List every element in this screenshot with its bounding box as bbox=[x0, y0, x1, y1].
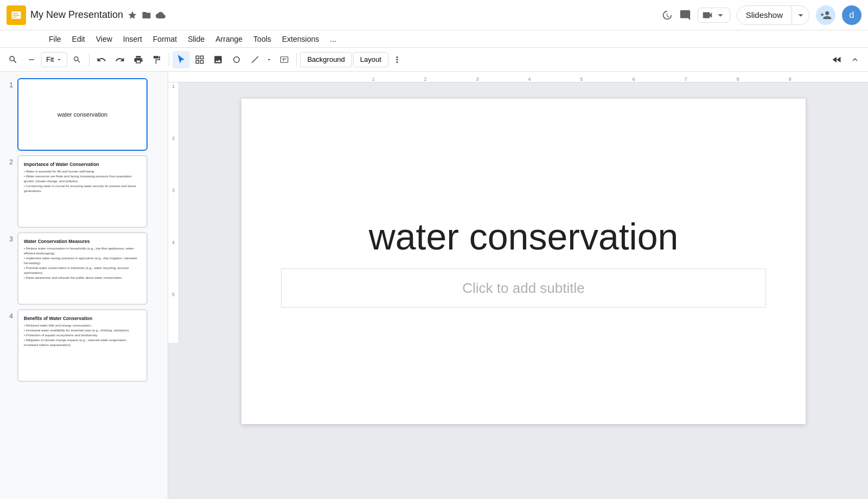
ruler-h-8: 8 bbox=[712, 76, 764, 82]
textbox-button[interactable] bbox=[276, 51, 293, 68]
app-icon[interactable] bbox=[7, 5, 26, 25]
shapes-icon bbox=[232, 55, 241, 65]
menu-more[interactable]: ... bbox=[324, 33, 342, 46]
slide-2-title-thumb: Importance of Water Conservation bbox=[24, 162, 141, 167]
zoom-in-button[interactable] bbox=[68, 51, 86, 68]
line-button[interactable] bbox=[246, 51, 264, 68]
chevron-down-icon bbox=[714, 9, 726, 21]
main-content: 1 water conservation 2 Importance of Wat… bbox=[0, 72, 868, 499]
slide-thumb-3[interactable]: Water Conservation Measures • Reduce wat… bbox=[17, 232, 148, 305]
more-options-button[interactable] bbox=[390, 52, 405, 67]
more-vert-icon bbox=[392, 55, 402, 65]
menu-slide[interactable]: Slide bbox=[182, 33, 210, 46]
slide-3-body-thumb: • Reduce water consumption in households… bbox=[24, 246, 141, 280]
image-button[interactable] bbox=[209, 51, 227, 68]
slide-panel: 1 water conservation 2 Importance of Wat… bbox=[0, 72, 168, 499]
select-icon bbox=[195, 55, 205, 65]
menu-view[interactable]: View bbox=[91, 33, 118, 46]
ruler-marks-h: 1 2 3 4 5 6 7 8 9 bbox=[347, 76, 816, 82]
slide-4-body-thumb: • Reduced water bills and energy consump… bbox=[24, 323, 141, 348]
undo-button[interactable] bbox=[93, 51, 110, 68]
slide-canvas-wrapper: water conservation Click to add subtitle bbox=[179, 82, 868, 440]
undo-icon bbox=[97, 55, 106, 65]
search-button[interactable] bbox=[4, 51, 22, 68]
slide-item-3[interactable]: 3 Water Conservation Measures • Reduce w… bbox=[0, 230, 168, 307]
svg-line-10 bbox=[252, 56, 258, 63]
menu-edit[interactable]: Edit bbox=[67, 33, 91, 46]
person-add-icon bbox=[820, 9, 832, 21]
slide-main-title[interactable]: water conservation bbox=[270, 215, 777, 258]
slide-canvas[interactable]: water conservation Click to add subtitle bbox=[241, 99, 806, 424]
folder-icon[interactable] bbox=[142, 10, 151, 20]
line-icon bbox=[250, 55, 260, 65]
svg-rect-8 bbox=[201, 60, 203, 63]
present-arrow-button[interactable] bbox=[828, 51, 845, 68]
add-icon bbox=[27, 55, 36, 64]
slide-thumb-4[interactable]: Benefits of Water Conservation • Reduced… bbox=[17, 309, 148, 382]
ruler-top: 1 2 3 4 5 6 7 8 9 bbox=[168, 72, 868, 82]
line-dropdown-button[interactable] bbox=[264, 51, 275, 68]
layout-button[interactable]: Layout bbox=[353, 52, 388, 67]
top-bar: My New Presentation Slideshow d bbox=[0, 0, 868, 30]
user-avatar[interactable]: d bbox=[842, 5, 861, 25]
slide-number-2: 2 bbox=[4, 155, 13, 166]
svg-point-9 bbox=[234, 56, 240, 62]
ruler-v-4: 4 bbox=[172, 239, 175, 291]
menu-format[interactable]: Format bbox=[148, 33, 182, 46]
slide-item-2[interactable]: 2 Importance of Water Conservation • Wat… bbox=[0, 153, 168, 230]
expand-icon bbox=[850, 55, 860, 65]
zoom-label: Fit bbox=[46, 55, 54, 63]
slide-item-4[interactable]: 4 Benefits of Water Conservation • Reduc… bbox=[0, 307, 168, 384]
menu-bar: File Edit View Insert Format Slide Arran… bbox=[0, 30, 868, 48]
subtitle-placeholder-box[interactable]: Click to add subtitle bbox=[281, 268, 766, 308]
ruler-left: 1 2 3 4 5 bbox=[168, 82, 179, 343]
slideshow-button[interactable]: Slideshow bbox=[737, 5, 809, 25]
slide-4-title-thumb: Benefits of Water Conservation bbox=[24, 316, 141, 321]
expand-button[interactable] bbox=[846, 51, 864, 68]
presentation-title[interactable]: My New Presentation bbox=[30, 9, 123, 21]
paint-format-button[interactable] bbox=[148, 51, 165, 68]
print-button[interactable] bbox=[130, 51, 147, 68]
zoom-out-button[interactable] bbox=[23, 51, 40, 68]
menu-tools[interactable]: Tools bbox=[248, 33, 277, 46]
svg-rect-5 bbox=[196, 56, 199, 59]
slide-2-body-thumb: • Water is essential for life and human … bbox=[24, 169, 141, 194]
user-add-button[interactable] bbox=[816, 5, 835, 25]
canvas-area: 1 2 3 4 5 water conservation Click to ad… bbox=[168, 82, 868, 499]
slideshow-main-button[interactable]: Slideshow bbox=[737, 10, 792, 20]
divider-3 bbox=[296, 53, 297, 66]
slide-number-3: 3 bbox=[4, 232, 13, 243]
background-button[interactable]: Background bbox=[300, 52, 352, 67]
videocam-icon bbox=[701, 9, 713, 21]
cursor-button[interactable] bbox=[173, 51, 190, 68]
search-icon bbox=[8, 55, 18, 65]
menu-file[interactable]: File bbox=[43, 33, 67, 46]
shapes-button[interactable] bbox=[228, 51, 245, 68]
chevron-down-icon bbox=[795, 9, 807, 21]
slide-thumb-2[interactable]: Importance of Water Conservation • Water… bbox=[17, 155, 148, 228]
subtitle-placeholder-text: Click to add subtitle bbox=[462, 280, 584, 297]
ruler-v-1: 1 bbox=[172, 82, 175, 135]
ruler-v-3: 3 bbox=[172, 187, 175, 239]
image-icon bbox=[213, 55, 223, 65]
zoom-selector[interactable]: Fit bbox=[41, 52, 67, 67]
slide-thumb-1[interactable]: water conservation bbox=[17, 78, 148, 151]
select-button[interactable] bbox=[191, 51, 208, 68]
redo-icon bbox=[115, 55, 125, 65]
ruler-h-7: 7 bbox=[660, 76, 712, 82]
cloud-icon[interactable] bbox=[156, 10, 165, 20]
slideshow-dropdown-button[interactable] bbox=[792, 5, 809, 25]
comment-icon[interactable] bbox=[679, 9, 691, 21]
textbox-icon bbox=[279, 55, 289, 65]
slide-item-1[interactable]: 1 water conservation bbox=[0, 76, 168, 153]
menu-insert[interactable]: Insert bbox=[118, 33, 148, 46]
present-icon bbox=[832, 55, 841, 65]
avatar-letter: d bbox=[850, 10, 854, 20]
redo-button[interactable] bbox=[111, 51, 129, 68]
history-icon[interactable] bbox=[661, 9, 673, 21]
menu-extensions[interactable]: Extensions bbox=[277, 33, 324, 46]
star-icon[interactable] bbox=[127, 10, 137, 20]
menu-arrange[interactable]: Arrange bbox=[210, 33, 248, 46]
slide-number-4: 4 bbox=[4, 309, 13, 320]
meet-btn[interactable] bbox=[698, 8, 730, 23]
